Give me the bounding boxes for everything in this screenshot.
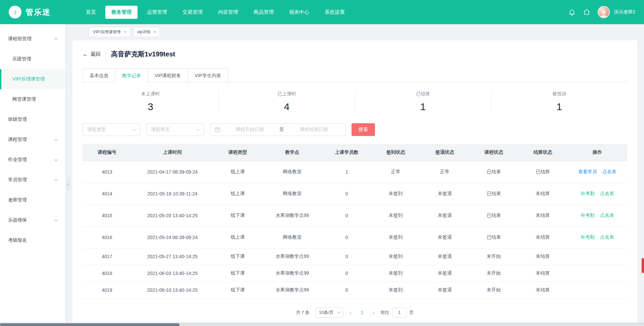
vertical-scrollbar-thumb[interactable]: [642, 258, 644, 273]
tab-1[interactable]: 教学记录: [115, 68, 148, 82]
next-page-button[interactable]: ›: [372, 309, 375, 316]
sidebar-item-1[interactable]: 乐团管理: [0, 49, 65, 69]
action-link[interactable]: 查看学员: [578, 169, 597, 174]
cell-time: 2021-06-10 13:40-14:25: [131, 282, 213, 298]
course-status-select[interactable]: 课程状态: [146, 123, 204, 136]
tab-0[interactable]: 基本信息: [83, 68, 115, 82]
action-link[interactable]: 补考勤: [581, 191, 595, 196]
filters-row: 课程类型 课程状态 课程开始日期 至 课程结束日期 搜索: [83, 123, 627, 136]
cell-actions: 查看学员点名表: [567, 161, 627, 183]
chevron-down-icon: [54, 137, 58, 141]
view-tab-1[interactable]: vip详情×: [133, 27, 160, 37]
goto-page-input[interactable]: [392, 308, 407, 318]
calendar-icon: [215, 127, 220, 132]
cell-type: 线下课: [213, 265, 262, 282]
sidebar-item-4[interactable]: 班级管理: [0, 109, 65, 130]
table-row: 40192021-06-10 13:40-14:25线下课水果湖教学点990未签…: [83, 282, 627, 298]
nav-item-6[interactable]: 报表中心: [283, 6, 315, 19]
user-name[interactable]: 演示老师2: [614, 9, 635, 15]
close-icon[interactable]: ×: [124, 30, 126, 34]
close-icon[interactable]: ×: [153, 30, 156, 34]
sidebar-item-7[interactable]: 学员管理: [0, 170, 65, 190]
page-size-select[interactable]: 10条/页: [315, 308, 343, 318]
current-page[interactable]: 1: [358, 310, 366, 315]
sidebar-item-6[interactable]: 作业管理: [0, 150, 65, 170]
action-link[interactable]: 补考勤: [581, 213, 595, 218]
cell-checkout: 未签退: [420, 282, 469, 298]
nav-item-0[interactable]: 首页: [80, 6, 102, 19]
sidebar-item-5[interactable]: 课程管理: [0, 130, 65, 150]
course-type-select[interactable]: 课程类型: [83, 123, 140, 136]
nav-item-5[interactable]: 商品管理: [248, 6, 280, 19]
cell-id: 4019: [83, 282, 131, 298]
course-type-placeholder: 课程类型: [87, 127, 106, 133]
action-link[interactable]: 点名表: [602, 169, 616, 174]
cell-type: 线上课: [213, 161, 262, 183]
brand-logo-icon: ♪: [9, 6, 21, 18]
sidebar-item-label: 网管课管理: [12, 96, 57, 102]
table-row: 40162021-05-24 08:39-09:24线上课网络教室0未签到未签退…: [83, 226, 627, 248]
sidebar-collapse-handle[interactable]: ‹: [65, 177, 70, 191]
nav-item-7[interactable]: 系统设置: [319, 6, 351, 19]
action-link[interactable]: 补考勤: [581, 234, 595, 240]
cell-checkout: 未签退: [420, 183, 469, 204]
tab-2[interactable]: VIP课程财务: [148, 68, 188, 82]
cell-checkin: 未签到: [371, 265, 420, 282]
nav-item-2[interactable]: 运营管理: [141, 6, 173, 19]
horizontal-scrollbar-thumb[interactable]: [0, 323, 179, 326]
home-icon[interactable]: [583, 8, 590, 16]
action-link[interactable]: 点名表: [600, 191, 614, 196]
date-range-picker[interactable]: 课程开始日期 至 课程结束日期: [210, 123, 345, 136]
sidebar-item-label: 课程组管理: [8, 36, 55, 42]
cell-location: 水果湖教学点99: [262, 282, 322, 298]
stat-label: 已上课时: [219, 91, 355, 97]
nav-item-4[interactable]: 内容管理: [212, 6, 244, 19]
stats-row: 未上课时3已上课时4已结算1被投诉1: [83, 82, 627, 123]
view-tab-0[interactable]: VIP/乐理课管理×: [89, 27, 130, 37]
goto-page: 前往 页: [381, 308, 414, 318]
search-button[interactable]: 搜索: [352, 123, 375, 136]
cell-status: 已结束: [469, 226, 518, 248]
cell-time: 2021-05-27 13:40-14:25: [131, 248, 213, 265]
back-button[interactable]: ← 返回: [83, 51, 101, 58]
view-tab-label: vip详情: [137, 29, 150, 35]
sidebar-item-10[interactable]: 考级报名: [0, 230, 65, 250]
chevron-down-icon: [196, 127, 200, 131]
horizontal-scrollbar[interactable]: [0, 323, 644, 326]
nav-item-3[interactable]: 交易管理: [176, 6, 209, 19]
chevron-down-icon: [54, 218, 58, 221]
sidebar-item-8[interactable]: 老师管理: [0, 190, 65, 210]
sidebar-item-label: 学员管理: [8, 177, 55, 183]
cell-actions: 补考勤点名表: [567, 204, 627, 226]
date-end-input[interactable]: 课程结束日期: [287, 127, 341, 133]
table-row: 40172021-05-27 13:40-14:25线下课水果湖教学点990未签…: [83, 248, 627, 265]
page-unit-label: 页: [410, 310, 414, 316]
prev-page-button[interactable]: ‹: [349, 309, 352, 316]
stat-value: 1: [491, 101, 627, 112]
cell-students: 1: [322, 161, 371, 183]
sidebar-item-2[interactable]: VIP/乐理课管理: [0, 69, 65, 89]
action-link[interactable]: 点名表: [600, 234, 614, 240]
table-row: 40142021-05-18 10:39-11:24线上课网络教室0未签到未签退…: [83, 183, 627, 204]
cell-settle: 未结算: [518, 226, 567, 248]
column-header-4: 上课学员数: [322, 144, 371, 161]
cell-settle: 未结算: [518, 204, 567, 226]
brand[interactable]: ♪ 管乐迷: [9, 6, 80, 18]
column-header-2: 课程类型: [213, 144, 262, 161]
nav-item-1[interactable]: 教务管理: [105, 6, 138, 19]
column-header-6: 签退状态: [420, 144, 469, 161]
sidebar-item-3[interactable]: 网管课管理: [0, 89, 65, 109]
cell-checkout: 未签退: [420, 265, 469, 282]
bell-icon[interactable]: [568, 8, 576, 16]
title-divider: [106, 51, 106, 57]
sidebar-item-label: VIP/乐理课管理: [12, 76, 57, 82]
tab-3[interactable]: VIP学生列表: [188, 68, 228, 82]
sidebar-item-0[interactable]: 课程组管理: [0, 29, 65, 49]
date-start-input[interactable]: 课程开始日期: [223, 127, 277, 133]
avatar[interactable]: [598, 6, 610, 18]
table-row: 40182021-06-03 13:40-14:25线下课水果湖教学点990未签…: [83, 265, 627, 282]
cell-id: 4013: [83, 161, 131, 183]
table-row: 40132021-04-17 08:39-09:24线上课网络教室1正常正常已结…: [83, 161, 627, 183]
action-link[interactable]: 点名表: [600, 213, 614, 218]
sidebar-item-9[interactable]: 乐器维保: [0, 210, 65, 230]
